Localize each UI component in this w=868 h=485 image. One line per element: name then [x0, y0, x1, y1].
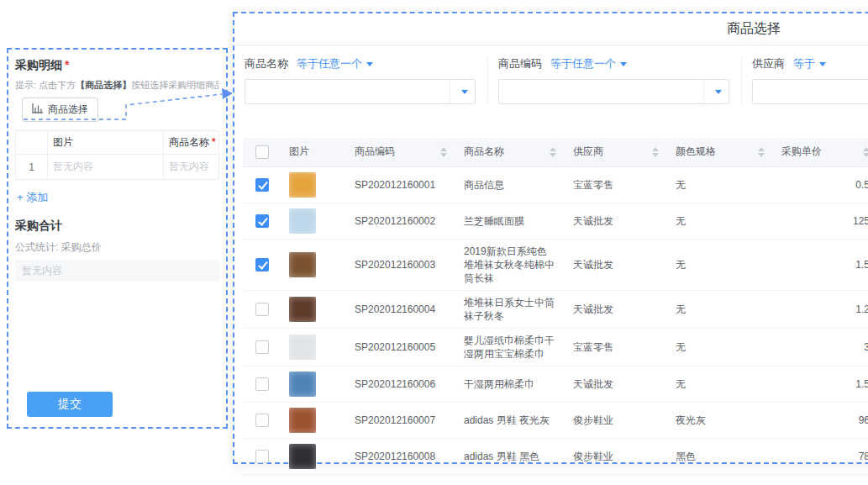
product-thumbnail-image [289, 297, 316, 322]
chevron-down-icon [715, 90, 722, 94]
price-cell: 96 [773, 402, 868, 438]
filter-label: 供应商 [752, 56, 785, 71]
column-header-supplier: 供应商 [565, 138, 667, 166]
add-row-link[interactable]: + 添加 [17, 190, 48, 205]
table-row[interactable]: SP202012160008 adidas 男鞋 黑色 俊步鞋业 黑色 78 [243, 438, 868, 474]
product-code-filter-input[interactable] [499, 80, 703, 103]
column-header-code: 商品编码 [346, 138, 455, 166]
chevron-down-icon [366, 62, 373, 66]
sort-icon[interactable] [758, 147, 765, 157]
product-thumbnail-image [289, 252, 316, 277]
product-name-cell: 2019新款日系纯色堆堆袜女秋冬纯棉中筒长袜 [455, 239, 565, 290]
row-checkbox[interactable] [255, 258, 269, 271]
spec-cell: 黑色 [667, 438, 773, 474]
spec-cell: 夜光灰 [667, 402, 773, 438]
spec-cell: 无 [667, 328, 773, 366]
row-checkbox[interactable] [255, 178, 269, 192]
filter-group-product-name: 商品名称 等于任意一个 [243, 56, 488, 104]
product-code-cell: SP202012160002 [346, 203, 455, 239]
operator-dropdown[interactable]: 等于 [793, 56, 826, 71]
row-checkbox[interactable] [255, 450, 269, 463]
spec-cell: 无 [667, 366, 773, 402]
detail-image-placeholder: 暂无内容 [48, 155, 164, 180]
total-empty-value: 暂无内容 [15, 260, 219, 282]
product-thumbnail-image [289, 335, 316, 360]
sort-icon[interactable] [652, 147, 659, 157]
product-thumbnail-image [289, 172, 316, 198]
product-code-cell: SP202012160008 [346, 438, 455, 474]
operator-dropdown[interactable]: 等于任意一个 [550, 56, 627, 71]
filter-group-product-code: 商品编码 等于任意一个 [497, 56, 742, 104]
spec-cell: 无 [667, 290, 773, 328]
table-row[interactable]: SP202012160005 婴儿湿纸巾棉柔巾干湿两用宝宝棉柔巾 宝蓝零售 无 … [243, 328, 868, 366]
price-cell: 1.2 [773, 290, 868, 328]
detail-image-header: 图片 [48, 131, 164, 155]
row-checkbox[interactable] [255, 340, 269, 354]
product-code-cell: SP202012160001 [346, 166, 455, 203]
product-select-dialog: 商品选择 商品名称 等于任意一个 商品编码 等于任意一个 [233, 12, 868, 464]
row-checkbox[interactable] [255, 214, 269, 228]
table-row[interactable]: SP202012160001 商品信息 宝蓝零售 无 0.5 [243, 166, 868, 203]
price-cell: 78 [773, 438, 868, 474]
dialog-title: 商品选择 [727, 20, 781, 38]
required-asterisk: * [65, 58, 69, 71]
select-all-checkbox[interactable] [255, 145, 269, 159]
sort-icon[interactable] [863, 147, 868, 157]
page: 采购明细* 提示: 点击下方【商品选择】按钮选择采购明细商品 商品选择 图片 商… [0, 0, 868, 485]
supplier-cell: 天诚批发 [565, 366, 667, 402]
purchase-total-title: 采购合计 [15, 219, 219, 234]
product-name-cell: 商品信息 [455, 166, 565, 203]
dialog-header: 商品选择 [234, 13, 868, 45]
product-table: 图片 商品编码 商品名称 供应商 颜色规格 采购单价 SP20201216000… [243, 138, 868, 475]
price-cell: 125 [773, 203, 868, 239]
supplier-cell: 天诚批发 [565, 290, 667, 328]
purchase-tip-text: 提示: 点击下方【商品选择】按钮选择采购明细商品 [15, 79, 219, 92]
detail-name-placeholder: 暂无内容 [164, 155, 219, 180]
input-dropdown-toggle[interactable] [703, 80, 729, 103]
table-header-row: 图片 商品编码 商品名称 供应商 颜色规格 采购单价 [243, 138, 868, 166]
product-code-cell: SP202012160003 [346, 239, 455, 290]
submit-button[interactable]: 提交 [27, 392, 113, 417]
chevron-down-icon [461, 90, 468, 94]
sort-icon[interactable] [440, 147, 447, 157]
row-checkbox[interactable] [255, 303, 269, 316]
chevron-down-icon [620, 62, 627, 66]
table-row[interactable]: SP202012160003 2019新款日系纯色堆堆袜女秋冬纯棉中筒长袜 天诚… [243, 239, 868, 290]
row-checkbox[interactable] [255, 414, 269, 427]
supplier-cell: 天诚批发 [565, 239, 667, 290]
column-header-name: 商品名称 [455, 138, 565, 166]
price-cell: 1.5 [773, 366, 868, 402]
table-row[interactable]: SP202012160004 堆堆袜日系女士中筒袜子秋冬 天诚批发 无 1.2 [243, 290, 868, 328]
product-name-cell: 兰芝睡眠面膜 [455, 203, 565, 239]
product-name-cell: adidas 男鞋 黑色 [455, 438, 565, 474]
product-name-filter-input[interactable] [245, 80, 450, 103]
bar-chart-icon [32, 103, 43, 116]
price-cell: 0.5 [773, 166, 868, 203]
filter-bar: 商品名称 等于任意一个 商品编码 等于任意一个 [234, 45, 868, 108]
input-dropdown-toggle[interactable] [450, 80, 475, 103]
spec-cell: 无 [667, 239, 773, 290]
supplier-filter-input[interactable] [753, 80, 868, 103]
product-thumbnail-image [289, 408, 316, 433]
sort-icon[interactable] [550, 147, 556, 157]
product-code-cell: SP202012160006 [346, 366, 455, 402]
product-table-body: SP202012160001 商品信息 宝蓝零售 无 0.5 SP2020121… [243, 166, 868, 474]
row-checkbox[interactable] [255, 377, 269, 391]
column-header-price: 采购单价 [773, 138, 868, 166]
table-row[interactable]: SP202012160007 adidas 男鞋 夜光灰 俊步鞋业 夜光灰 96 [243, 402, 868, 438]
product-code-cell: SP202012160004 [346, 290, 455, 328]
operator-dropdown[interactable]: 等于任意一个 [297, 56, 373, 71]
product-name-cell: 干湿两用棉柔巾 [455, 366, 565, 402]
product-thumbnail-image [289, 444, 316, 469]
product-name-cell: 堆堆袜日系女士中筒袜子秋冬 [455, 290, 565, 328]
product-code-cell: SP202012160005 [346, 328, 455, 366]
filter-group-supplier: 供应商 等于 [750, 56, 868, 104]
table-row[interactable]: SP202012160002 兰芝睡眠面膜 天诚批发 无 125 [243, 203, 868, 239]
supplier-cell: 俊步鞋业 [565, 402, 667, 438]
product-select-button[interactable]: 商品选择 [22, 98, 98, 122]
detail-index-header [16, 131, 48, 155]
filter-label: 商品编码 [498, 56, 542, 71]
price-cell: 1.5 [773, 239, 868, 290]
table-row[interactable]: SP202012160006 干湿两用棉柔巾 天诚批发 无 1.5 [243, 366, 868, 402]
product-select-button-label: 商品选择 [48, 103, 88, 117]
